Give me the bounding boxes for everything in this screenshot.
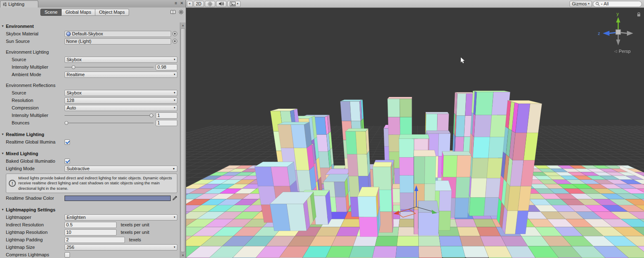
reflections-source-row: Source Skybox▾ — [0, 89, 186, 97]
lightmap-size-dropdown[interactable]: 256▾ — [65, 244, 177, 251]
close-icon[interactable]: ✕ — [180, 0, 184, 6]
indirect-resolution-input[interactable] — [65, 222, 117, 228]
lightmap-resolution-label: Lightmap Resolution — [6, 230, 65, 235]
env-lighting-source-dropdown[interactable]: Skybox▾ — [65, 57, 177, 63]
panel-titlebar: Lighting ≡ ✕ — [0, 0, 186, 7]
lighting-window-icon — [2, 2, 7, 7]
tab-global-maps[interactable]: Global Maps — [62, 9, 95, 16]
lighting-mode-row: Lighting Mode Subtractive▼ — [0, 165, 186, 172]
image-icon — [230, 2, 236, 6]
axis-x-cone[interactable] — [627, 31, 633, 36]
scroll-down-icon[interactable]: ▼ — [180, 253, 186, 258]
bounces-row: Bounces — [0, 119, 186, 127]
chevron-down-icon: ▾ — [174, 91, 175, 94]
intensity-multiplier-slider[interactable] — [65, 64, 154, 70]
scroll-up-icon[interactable]: ▲ — [180, 22, 186, 28]
eyedropper-icon[interactable] — [172, 196, 177, 201]
draw-mode-dropdown[interactable]: ▾ — [187, 1, 193, 7]
window-menu-icon[interactable]: ≡ — [175, 0, 177, 6]
scene-audio-toggle[interactable] — [216, 1, 226, 7]
sun-source-field[interactable]: None (Light) — [65, 38, 171, 45]
lighting-mode-label: Lighting Mode — [6, 166, 65, 171]
compress-lightmaps-row: Compress Lightmaps — [0, 251, 186, 258]
compression-dropdown[interactable]: Auto▾ — [65, 105, 177, 111]
foldout-icon[interactable]: ▼ — [1, 152, 4, 155]
unit-label: texels per unit — [121, 230, 149, 235]
baked-gi-checkbox[interactable] — [65, 159, 70, 164]
chevron-down-icon: ▾ — [189, 2, 191, 5]
axis-y-cone[interactable] — [616, 17, 620, 22]
axis-hidden-cone[interactable] — [616, 40, 620, 45]
tab-object-maps[interactable]: Object Maps — [95, 9, 129, 16]
lightmap-resolution-row: Lightmap Resolution texels per unit — [0, 228, 186, 236]
search-icon — [595, 2, 600, 6]
compression-label: Compression — [6, 105, 65, 110]
sun-source-label: Sun Source — [6, 39, 65, 44]
skybox-material-field[interactable]: Default-Skybox — [65, 31, 171, 37]
lighting-mode-dropdown[interactable]: Subtractive▼ — [65, 166, 177, 172]
speaker-icon — [219, 1, 224, 6]
section-environment[interactable]: ▼ Environment — [0, 22, 186, 30]
foldout-icon[interactable]: ▼ — [1, 133, 4, 136]
gizmo-center-cube[interactable] — [616, 30, 621, 35]
lighting-window-tab[interactable]: Lighting — [0, 0, 38, 7]
lightmap-resolution-input[interactable] — [65, 229, 117, 236]
chevron-down-icon: ▾ — [174, 73, 175, 76]
section-realtime-lighting[interactable]: ▼ Realtime Lighting — [0, 131, 186, 138]
lock-icon[interactable] — [637, 12, 641, 17]
help-book-icon[interactable] — [170, 10, 176, 15]
realtime-gi-checkbox[interactable] — [65, 139, 70, 145]
bounces-slider[interactable] — [65, 120, 154, 126]
lightmap-size-row: Lightmap Size 256▾ — [0, 243, 186, 251]
object-picker-icon[interactable] — [172, 31, 177, 36]
baked-gi-row: Baked Global Illuminatio — [0, 157, 186, 165]
scene-view: ▾ 2D ▾ Gizmos▾ ▾ All — [186, 0, 644, 258]
reflections-source-dropdown[interactable]: Skybox▾ — [65, 90, 177, 96]
indirect-resolution-label: Indirect Resolution — [6, 222, 65, 227]
settings-gear-icon[interactable] — [179, 10, 184, 15]
panel-title: Lighting — [8, 2, 25, 7]
compress-lightmaps-checkbox[interactable] — [65, 252, 70, 258]
foldout-icon[interactable]: ▼ — [1, 208, 4, 211]
section-environment-label: Environment — [6, 24, 34, 29]
ambient-mode-dropdown[interactable]: Realtime▾ — [65, 72, 177, 78]
reflections-intensity-slider[interactable] — [65, 112, 154, 119]
slider-knob[interactable] — [72, 65, 75, 69]
lightmapper-dropdown[interactable]: Enlighten▾ — [65, 214, 177, 221]
reflections-resolution-dropdown[interactable]: 128▾ — [65, 97, 177, 104]
source-label: Source — [6, 57, 65, 62]
intensity-multiplier-label: Intensity Multiplier — [6, 64, 65, 69]
lightmap-padding-input[interactable] — [65, 237, 125, 243]
scrollbar-thumb[interactable] — [181, 28, 185, 252]
gizmos-dropdown[interactable]: Gizmos▾ — [569, 1, 592, 7]
realtime-gi-row: Realtime Global Illumina — [0, 138, 186, 146]
tab-scene[interactable]: Scene — [40, 9, 62, 16]
scene-effects-dropdown[interactable]: ▾ — [227, 1, 241, 7]
mixed-lighting-helpbox: ! Mixed lights provide baked direct and … — [6, 174, 177, 193]
scene-viewport[interactable]: y z ◁ Persp — [186, 8, 644, 258]
section-lightmapping-label: Lightmapping Settings — [6, 207, 55, 212]
reflections-intensity-input[interactable] — [156, 112, 177, 119]
indirect-resolution-row: Indirect Resolution texels per unit — [0, 221, 186, 228]
scrollbar[interactable]: ▲ ▼ — [180, 22, 186, 258]
compression-row: Compression Auto▾ — [0, 104, 186, 112]
slider-knob[interactable] — [149, 114, 153, 117]
section-lightmapping[interactable]: ▼ Lightmapping Settings — [0, 206, 186, 213]
foldout-icon[interactable]: ▼ — [1, 25, 4, 27]
bounces-input[interactable] — [156, 120, 177, 126]
ambient-mode-row: Ambient Mode Realtime▾ — [0, 71, 186, 78]
skybox-sphere-icon — [66, 32, 71, 36]
intensity-multiplier-input[interactable] — [156, 64, 177, 70]
scene-canvas[interactable] — [186, 8, 644, 258]
object-picker-icon[interactable] — [172, 39, 177, 44]
section-mixed-lighting[interactable]: ▼ Mixed Lighting — [0, 150, 186, 157]
scene-search-field[interactable]: ▾ All — [593, 1, 642, 7]
orientation-gizmo[interactable]: y z — [593, 11, 643, 51]
2d-toggle-button[interactable]: 2D — [194, 1, 204, 7]
slider-knob[interactable] — [65, 121, 68, 125]
scene-lighting-toggle[interactable] — [205, 1, 215, 7]
scene-search-value: All — [604, 1, 609, 6]
shadow-color-swatch[interactable] — [65, 196, 171, 201]
axis-z-cone[interactable] — [603, 31, 609, 36]
projection-label[interactable]: ◁ Persp — [614, 49, 631, 54]
